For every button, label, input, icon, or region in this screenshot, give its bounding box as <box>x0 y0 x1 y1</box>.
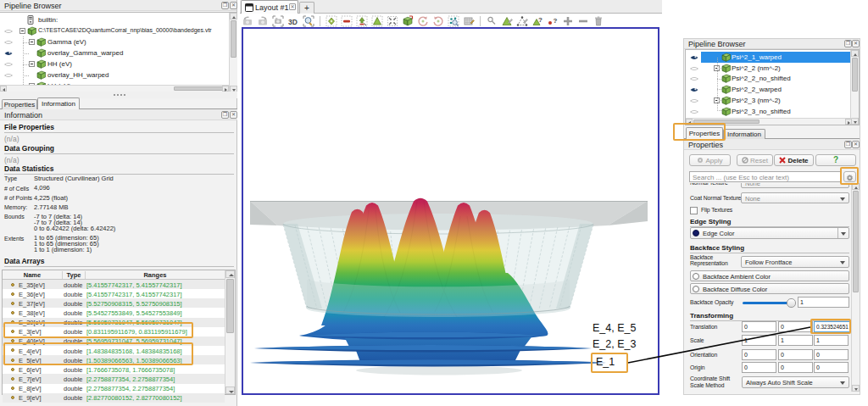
eye-hidden-icon[interactable] <box>690 108 698 114</box>
tree-item-psi-2-2-no-shifted[interactable]: Psi^2_2_no_shifted <box>686 73 859 84</box>
apply-button[interactable]: Apply <box>689 154 731 166</box>
toggle-3d-icon[interactable]: 3D <box>287 15 299 27</box>
edge-color-button[interactable]: Edge Color <box>690 227 849 239</box>
query-points-icon[interactable]: ? <box>547 15 559 27</box>
table-row-e-40-ev-[interactable]: E_40[eV]double[5.56959731047, 5.56959731… <box>3 336 225 346</box>
origin-x-field[interactable]: 0 <box>742 362 776 373</box>
table-vertical-scrollbar[interactable] <box>225 270 235 394</box>
close-icon[interactable]: ✕ <box>852 40 860 47</box>
tab-information[interactable]: Information <box>37 97 80 109</box>
new-layout-tab[interactable]: + <box>299 2 314 14</box>
adjust-camera-icon[interactable] <box>463 15 475 27</box>
float-icon[interactable]: ❐ <box>221 2 229 9</box>
scale-z-field[interactable]: 1 <box>814 335 849 346</box>
tree-item-psi-2-1-warped[interactable]: Psi^2_1_warped <box>686 52 859 63</box>
close-tab-icon[interactable]: ✕ <box>289 3 296 10</box>
tree-item-psi-2-2-warped[interactable]: Psi^2_2_warped <box>686 84 859 95</box>
tree-item-builtin-[interactable]: builtin: <box>0 14 237 25</box>
zoom-to-data-icon[interactable] <box>448 15 459 27</box>
column-type[interactable]: Type <box>62 271 85 279</box>
translation-x-field[interactable]: 0 <box>742 321 776 332</box>
search-input[interactable]: Search ... (use Esc to clear text) <box>689 171 842 182</box>
tree-vertical-scrollbar[interactable] <box>850 50 859 125</box>
table-row-e-8-ev-[interactable]: E_8[eV]double[2.2758877354, 2.2758877354… <box>3 384 225 393</box>
tree-item-psi-2-2-nm-2-[interactable]: Psi^2_2 (nm^-2) <box>686 63 859 74</box>
translation-y-field[interactable]: 0 <box>778 321 813 332</box>
select-cells-on-icon[interactable] <box>501 15 513 27</box>
eye-visible-icon[interactable] <box>690 86 698 92</box>
eye-hidden-icon[interactable] <box>690 97 698 103</box>
view-plus-x-icon[interactable] <box>326 15 337 27</box>
close-icon[interactable]: ✕ <box>852 141 860 148</box>
float-icon[interactable]: ❐ <box>844 40 852 47</box>
eye-hidden-icon[interactable] <box>690 75 698 81</box>
table-row-e-9-ev-[interactable]: E_9[eV]double[2.82770080152, 2.827700801… <box>3 393 225 403</box>
eye-visible-icon[interactable] <box>690 54 698 60</box>
table-row-e-5-ev-[interactable]: E_5[eV]double[1.50389066563, 1.503890665… <box>3 355 225 364</box>
properties-scrollbar[interactable] <box>851 183 860 392</box>
rotate-cw-icon[interactable] <box>432 15 444 27</box>
origin-z-field[interactable]: 0 <box>814 362 849 373</box>
view-minus-z-icon[interactable] <box>402 15 414 27</box>
tree-item-hh-ev-[interactable]: HH (eV) <box>0 58 237 70</box>
backface-diffuse-color-button[interactable]: Backface Diffuse Color <box>690 283 849 294</box>
table-row-e-3-ev-[interactable]: E_3[eV]double[0.831195911679, 0.83119591… <box>3 327 225 336</box>
reset-camera-icon[interactable] <box>272 15 284 27</box>
render-viewport[interactable]: E_4, E_5 E_2, E_3 E_1 <box>242 27 659 395</box>
select-points-on-icon[interactable] <box>516 15 528 27</box>
coat-normal-texture-combo[interactable]: None <box>741 192 849 203</box>
tab-information-right[interactable]: Information <box>723 129 765 139</box>
camera-undo-icon[interactable] <box>242 15 253 27</box>
scale-x-field[interactable]: 1 <box>742 335 776 346</box>
table-row-e-38-ev-[interactable]: E_38[eV]double[5.54527553849, 5.54527553… <box>3 308 225 317</box>
origin-y-field[interactable]: 0 <box>778 362 813 373</box>
backface-opacity-slider[interactable] <box>743 302 790 304</box>
backface-opacity-slider-handle[interactable] <box>787 298 796 308</box>
eye-hidden-icon[interactable] <box>4 61 12 67</box>
tab-layout-1[interactable]: Layout #1 ✕ <box>241 0 298 14</box>
reset-button[interactable]: Reset <box>737 154 773 166</box>
tree-item-overlay-hh-warped[interactable]: overlay_HH_warped <box>0 70 237 81</box>
backface-representation-combo[interactable]: Follow Frontface <box>741 256 849 268</box>
view-minus-y-icon[interactable] <box>371 15 383 27</box>
eye-hidden-icon[interactable] <box>690 65 698 71</box>
view-plus-z-icon[interactable] <box>387 15 398 27</box>
orientation-y-field[interactable]: 0 <box>778 349 813 360</box>
table-row-e-37-ev-[interactable]: E_37[eV]double[5.52750908315, 5.52750908… <box>3 298 225 308</box>
tree-vertical-scrollbar[interactable] <box>229 13 237 92</box>
table-row-e-6-ev-[interactable]: E_6[eV]double[1.7666735078, 1.7666735078… <box>3 364 225 374</box>
backface-opacity-field[interactable]: 1 <box>798 297 849 308</box>
rotate-ccw-icon[interactable] <box>417 15 429 27</box>
tree-item-c-testcase-2dquantumcorral-nnp[interactable]: C:\TESTCASE\2DQuantumCorral_nnp\bias_000… <box>0 25 237 36</box>
tree-item-gamma-ev-[interactable]: Gamma (eV) <box>0 36 237 47</box>
float-icon[interactable]: ❐ <box>844 141 852 148</box>
shrink-selection-icon[interactable] <box>577 15 589 27</box>
zoom-to-box-icon[interactable] <box>303 15 314 27</box>
tree-item-psi-2-3-no-shifted[interactable]: Psi^2_3_no_shifted <box>686 106 859 117</box>
eye-visible-icon[interactable] <box>4 50 12 56</box>
tree-horizontal-scrollbar[interactable] <box>686 118 852 125</box>
column-ranges[interactable]: Ranges <box>85 271 225 279</box>
eye-hidden-icon[interactable] <box>4 39 12 45</box>
tab-properties[interactable]: Properties <box>2 99 37 109</box>
tab-properties-right[interactable]: Properties <box>686 127 723 139</box>
orientation-z-field[interactable]: 0 <box>814 349 849 360</box>
eye-hidden-icon[interactable] <box>4 72 12 78</box>
view-minus-x-icon[interactable] <box>341 15 353 27</box>
table-row-e-36-ev-[interactable]: E_36[eV]double[5.41557742317, 5.41557742… <box>3 289 225 298</box>
close-icon[interactable]: ✕ <box>230 2 237 9</box>
eye-hidden-icon[interactable] <box>4 28 12 34</box>
help-button[interactable]: ? <box>815 154 856 166</box>
close-icon[interactable]: ✕ <box>230 111 237 119</box>
table-row-e-39-ev-[interactable]: E_39[eV]double[5.56959731047, 5.56959731… <box>3 318 225 327</box>
query-cells-icon[interactable]: ? <box>531 15 543 27</box>
table-header[interactable]: NameTypeRanges <box>3 270 225 280</box>
backface-ambient-color-button[interactable]: Backface Ambient Color <box>690 270 849 281</box>
tree-item-psi-2-3-nm-2-[interactable]: Psi^2_3 (nm^-2) <box>686 95 859 106</box>
table-row-e-35-ev-[interactable]: E_35[eV]double[5.41557742317, 5.41557742… <box>3 280 225 289</box>
camera-redo-icon[interactable] <box>257 15 269 27</box>
table-row-e-7-ev-[interactable]: E_7[eV]double[2.2758877354, 2.2758877354… <box>3 374 225 383</box>
tree-horizontal-scrollbar[interactable] <box>0 85 229 92</box>
view-plus-y-icon[interactable] <box>356 15 368 27</box>
grow-selection-icon[interactable] <box>562 15 574 27</box>
